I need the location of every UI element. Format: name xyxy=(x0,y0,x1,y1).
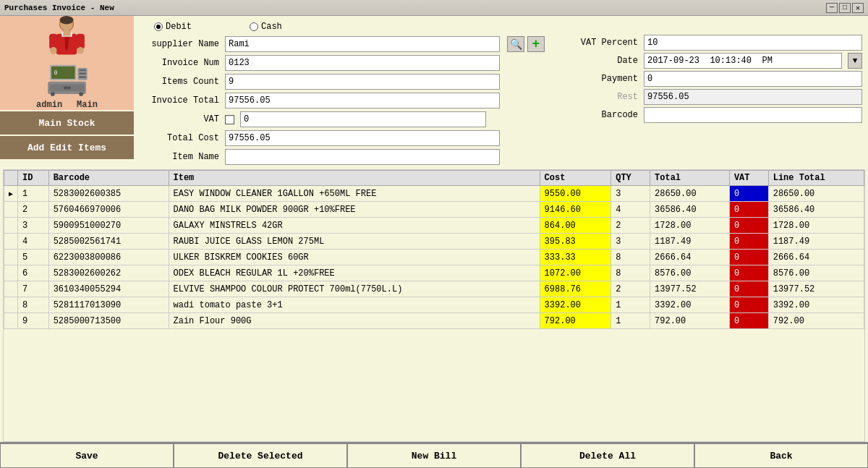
cell-vat: 0 xyxy=(729,234,768,250)
delete-all-button[interactable]: Delete All xyxy=(521,443,694,468)
cell-item: Zain Flour 900G xyxy=(169,313,540,329)
cell-cost: 6988.76 xyxy=(540,281,611,297)
cell-barcode: 3610340055294 xyxy=(48,281,169,297)
payment-label: Payment xyxy=(573,74,638,84)
title-bar: Purchases Invoice - New ─ □ ✕ xyxy=(0,0,868,16)
date-input[interactable] xyxy=(644,53,842,69)
cell-qty: 3 xyxy=(611,186,650,202)
cell-line-total: 28650.00 xyxy=(768,186,864,202)
cell-id: 9 xyxy=(18,313,49,329)
search-button[interactable]: 🔍 xyxy=(507,36,524,52)
cell-vat: 0 xyxy=(729,250,768,265)
total-cost-input[interactable] xyxy=(225,130,500,146)
cell-qty: 1 xyxy=(611,313,650,329)
cell-cost: 333.33 xyxy=(540,250,611,265)
date-label: Date xyxy=(573,56,638,66)
svg-rect-16 xyxy=(79,73,86,75)
payment-input[interactable] xyxy=(644,71,862,87)
cell-cost: 792.00 xyxy=(540,313,611,329)
cell-vat: 0 xyxy=(729,265,768,281)
row-indicator xyxy=(4,218,18,234)
debit-radio[interactable] xyxy=(154,22,163,31)
svg-text:0: 0 xyxy=(54,69,58,76)
col-header-cost: Cost xyxy=(540,171,611,186)
row-indicator xyxy=(4,313,18,329)
cell-item: DANO BAG MILK POWDER 900GR +10%FREE xyxy=(169,202,540,218)
table-row[interactable]: 56223003800086ULKER BISKREM COOKIES 60GR… xyxy=(4,250,864,265)
cell-total: 3392.00 xyxy=(650,297,730,313)
cell-qty: 1 xyxy=(611,297,650,313)
table-row[interactable]: ▶15283002600385EASY WINDOW CLEANER 1GALL… xyxy=(4,186,864,202)
svg-rect-15 xyxy=(79,69,86,72)
invoice-total-input[interactable] xyxy=(225,93,500,109)
invoice-num-input[interactable] xyxy=(225,55,500,71)
delete-selected-button[interactable]: Delete Selected xyxy=(174,443,347,468)
window-title: Purchases Invoice - New xyxy=(4,4,114,12)
table-row[interactable]: 95285000713500Zain Flour 900G792.001792.… xyxy=(4,313,864,329)
new-bill-button[interactable]: New Bill xyxy=(347,443,521,468)
total-cost-row: Total Cost xyxy=(140,129,570,148)
cell-line-total: 2666.64 xyxy=(768,250,864,265)
cell-line-total: 13977.52 xyxy=(768,281,864,297)
add-edit-button[interactable]: Add Edit Items xyxy=(0,136,134,159)
vat-percent-input[interactable] xyxy=(644,35,862,51)
minimize-button[interactable]: ─ xyxy=(826,3,838,13)
back-button[interactable]: Back xyxy=(694,443,868,468)
rest-label: Rest xyxy=(573,92,638,102)
table-row[interactable]: 65283002600262ODEX BLEACH REGULAR 1L +20… xyxy=(4,265,864,281)
items-table: ID Barcode Item Cost QTY Total VAT Line … xyxy=(4,170,864,329)
svg-rect-6 xyxy=(76,34,84,49)
save-button[interactable]: Save xyxy=(0,443,174,468)
table-row[interactable]: 73610340055294ELVIVE SHAMPOO COLOUR PROT… xyxy=(4,281,864,297)
table-row[interactable]: 85281117013090wadi tomato paste 3+13392.… xyxy=(4,297,864,313)
date-row: Date ▼ xyxy=(573,53,862,69)
vat-input[interactable] xyxy=(240,111,486,127)
cell-item: ODEX BLEACH REGULAR 1L +20%FREE xyxy=(169,265,540,281)
cell-id: 3 xyxy=(18,218,49,234)
table-row[interactable]: 35900951000270GALAXY MINSTRELS 42GR864.0… xyxy=(4,218,864,234)
debit-option[interactable]: Debit xyxy=(154,22,192,32)
items-count-row: Items Count xyxy=(140,72,570,91)
cell-qty: 8 xyxy=(611,265,650,281)
calendar-button[interactable]: ▼ xyxy=(848,53,862,69)
barcode-input[interactable] xyxy=(644,107,862,123)
maximize-button[interactable]: □ xyxy=(839,3,851,13)
supplier-icons: 🔍 + xyxy=(507,36,545,52)
cell-vat: 0 xyxy=(729,218,768,234)
cell-barcode: 5285002561741 xyxy=(48,234,169,250)
vat-checkbox[interactable] xyxy=(225,115,234,124)
rest-input xyxy=(644,89,862,105)
cell-qty: 2 xyxy=(611,218,650,234)
row-indicator xyxy=(4,202,18,218)
close-button[interactable]: ✕ xyxy=(852,3,864,13)
svg-rect-9 xyxy=(63,30,71,36)
items-count-input[interactable] xyxy=(225,74,500,90)
cell-barcode: 5281117013090 xyxy=(48,297,169,313)
table-body: ▶15283002600385EASY WINDOW CLEANER 1GALL… xyxy=(4,186,864,329)
barcode-row: Barcode xyxy=(573,107,862,123)
cash-radio[interactable] xyxy=(250,22,258,31)
table-row[interactable]: 45285002561741RAUBI JUICE GLASS LEMON 27… xyxy=(4,234,864,250)
cell-barcode: 5900951000270 xyxy=(48,218,169,234)
cell-barcode: 6223003800086 xyxy=(48,250,169,265)
avatar-labels: admin Main xyxy=(36,100,98,110)
cell-id: 8 xyxy=(18,297,49,313)
col-header-barcode: Barcode xyxy=(48,171,169,186)
main-stock-button[interactable]: Main Stock xyxy=(0,111,134,135)
vat-percent-row: VAT Percent xyxy=(573,35,862,51)
form-area: Debit Cash supplier Name xyxy=(134,16,868,169)
cell-cost: 864.00 xyxy=(540,218,611,234)
top-area: 0 admin Main Main S xyxy=(0,16,868,169)
svg-point-20 xyxy=(51,92,55,96)
supplier-name-input[interactable] xyxy=(225,36,500,52)
cash-option[interactable]: Cash xyxy=(250,22,282,32)
cell-id: 1 xyxy=(18,186,49,202)
col-header-indicator xyxy=(4,171,18,186)
table-header-row: ID Barcode Item Cost QTY Total VAT Line … xyxy=(4,171,864,186)
cell-total: 2666.64 xyxy=(650,250,730,265)
add-supplier-button[interactable]: + xyxy=(527,36,545,52)
window-controls[interactable]: ─ □ ✕ xyxy=(826,3,864,13)
item-name-input[interactable] xyxy=(225,149,500,165)
table-row[interactable]: 25760466970006DANO BAG MILK POWDER 900GR… xyxy=(4,202,864,218)
form-columns: supplier Name 🔍 + Invoice Num xyxy=(140,35,862,166)
